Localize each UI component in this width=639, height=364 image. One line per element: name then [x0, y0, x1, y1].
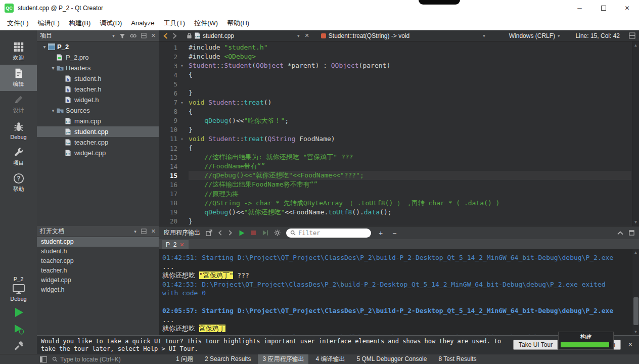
maximize-button[interactable]: [591, 0, 615, 16]
mode-button-edit[interactable]: 编辑: [0, 65, 37, 91]
output-pane-button[interactable]: 5 QML Debugger Console: [352, 354, 431, 364]
sync-with-editor-icon[interactable]: [130, 34, 136, 38]
mode-button-debug[interactable]: Debug: [0, 117, 37, 144]
menu-item[interactable]: Analyze: [126, 18, 159, 29]
expander-icon[interactable]: ▾: [50, 108, 57, 113]
previous-item-icon[interactable]: [218, 230, 222, 236]
tree-row[interactable]: hteacher.h: [37, 84, 159, 95]
expander-icon[interactable]: ▾: [50, 65, 57, 71]
output-pane-button[interactable]: 3 应用程序输出: [258, 354, 308, 364]
scrollbar-thumb[interactable]: [633, 297, 638, 325]
symbol-dropdown-icon[interactable]: ▾: [483, 33, 485, 38]
line-ending-dropdown-icon[interactable]: ▾: [558, 33, 560, 38]
next-item-icon[interactable]: [228, 230, 233, 236]
zoom-out-icon[interactable]: −: [390, 229, 398, 237]
file-dropdown-icon[interactable]: ▾: [297, 33, 300, 38]
close-button[interactable]: ✕: [615, 0, 639, 16]
code-editor[interactable]: 123▾4567▾891011▾121314151617181920 #incl…: [159, 41, 639, 226]
console-scrollbar[interactable]: ▲ ▼: [632, 249, 639, 335]
fold-marker-icon[interactable]: ▾: [177, 63, 187, 68]
back-icon[interactable]: [163, 33, 169, 39]
svg-text:c: c: [60, 109, 62, 113]
build-button[interactable]: [0, 337, 37, 354]
split-icon[interactable]: [141, 33, 147, 38]
run-button[interactable]: [0, 304, 37, 321]
output-pane-button[interactable]: 4 编译输出: [311, 354, 349, 364]
output-tab-close-icon[interactable]: ✕: [179, 242, 184, 248]
forward-icon[interactable]: [171, 33, 177, 39]
fold-marker-icon[interactable]: ▾: [177, 136, 187, 142]
tree-row[interactable]: c++student.cpp: [37, 126, 159, 137]
scroll-up-icon[interactable]: ▲: [634, 250, 638, 255]
start-debugging-button[interactable]: [0, 321, 37, 337]
close-panel-icon[interactable]: ✕: [151, 229, 156, 234]
notification-close-icon[interactable]: ✕: [628, 340, 632, 348]
filter-input[interactable]: [298, 230, 359, 237]
mode-button-help[interactable]: ?帮助: [0, 170, 37, 196]
fold-marker-icon[interactable]: ▾: [177, 100, 187, 105]
settings-gear-icon[interactable]: [274, 230, 281, 236]
stop-icon[interactable]: [251, 230, 256, 236]
mode-button-welcome[interactable]: 欢迎: [0, 38, 37, 65]
editor-scrollbar[interactable]: ▲ ▼: [632, 41, 639, 226]
filter-icon[interactable]: [119, 33, 125, 39]
output-pane-button[interactable]: 2 Search Results: [200, 354, 255, 364]
expander-icon[interactable]: ▾: [41, 44, 48, 50]
tree-row[interactable]: hwidget.h: [37, 95, 159, 105]
output-pane-button[interactable]: 1 问题: [171, 354, 198, 364]
projects-view-dropdown-icon[interactable]: ▾: [112, 33, 115, 38]
kit-selector[interactable]: P_2 Debug: [0, 276, 37, 304]
split-icon[interactable]: [141, 229, 147, 234]
run-icon[interactable]: [238, 230, 245, 237]
close-document-icon[interactable]: ✕: [302, 32, 312, 39]
code-area[interactable]: #include "student.h"#include <QDebug>Stu…: [189, 43, 631, 226]
mode-button-projects[interactable]: 项目: [0, 144, 37, 170]
menu-item[interactable]: 调试(D): [95, 18, 126, 29]
open-document-item[interactable]: student.cpp: [37, 237, 159, 247]
sidebar-toggle-icon[interactable]: [40, 356, 47, 362]
tree-row[interactable]: c++teacher.cpp: [37, 137, 159, 148]
scroll-up-icon[interactable]: ▲: [634, 43, 637, 48]
menu-item[interactable]: 控件(W): [190, 18, 222, 29]
open-in-window-icon[interactable]: [206, 230, 212, 236]
output-tab[interactable]: P_2 ✕: [162, 240, 189, 249]
zoom-in-icon[interactable]: +: [377, 229, 385, 237]
collapse-panel-icon[interactable]: [617, 231, 623, 235]
symbol-selector[interactable]: Student::treat(QString) -> void: [329, 32, 409, 39]
minimize-button[interactable]: ─: [568, 0, 591, 16]
open-document-item[interactable]: widget.h: [37, 285, 159, 295]
tree-row[interactable]: c++main.cpp: [37, 116, 159, 126]
take-ui-tour-button[interactable]: Take UI Tour: [513, 340, 558, 350]
locator-input[interactable]: [60, 356, 154, 363]
tree-row[interactable]: ▾cSources: [37, 105, 159, 116]
mode-button-design[interactable]: 设计: [0, 91, 37, 117]
open-documents-dropdown-icon[interactable]: ▾: [134, 229, 136, 234]
scroll-down-icon[interactable]: ▼: [634, 330, 638, 334]
open-file-selector[interactable]: student.cpp: [203, 32, 234, 39]
open-document-item[interactable]: teacher.cpp: [37, 256, 159, 266]
rerun-icon[interactable]: [262, 230, 268, 236]
tree-row[interactable]: c++widget.cpp: [37, 148, 159, 158]
tree-row[interactable]: P_2.pro: [37, 52, 159, 63]
menu-item[interactable]: 工具(T): [159, 18, 190, 29]
tree-row[interactable]: ▾P_2: [37, 41, 159, 52]
menu-item[interactable]: 编辑(E): [33, 18, 64, 29]
maximize-panel-icon[interactable]: [629, 230, 634, 236]
menu-item[interactable]: 文件(F): [3, 18, 33, 29]
split-editor-icon[interactable]: [629, 32, 635, 39]
menu-item[interactable]: 构建(B): [64, 18, 95, 29]
close-panel-icon[interactable]: ✕: [151, 33, 156, 38]
output-pane-button[interactable]: 8 Test Results: [434, 354, 481, 364]
open-document-item[interactable]: widget.cpp: [37, 276, 159, 285]
menu-item[interactable]: 帮助(H): [222, 18, 254, 29]
filter-field[interactable]: [286, 229, 371, 238]
application-output-console[interactable]: 01:42:51: Starting D:\Project\QT_Project…: [159, 249, 632, 335]
open-document-item[interactable]: student.h: [37, 247, 159, 256]
tree-row[interactable]: ▾hHeaders: [37, 63, 159, 73]
open-document-item[interactable]: teacher.h: [37, 266, 159, 276]
code-line: //qDebug()<<"就你还想吃"<<FoodName<<"???";: [189, 171, 631, 180]
line-ending-selector[interactable]: Windows (CRLF): [509, 32, 555, 39]
locator-field[interactable]: [52, 356, 164, 363]
scroll-down-icon[interactable]: ▼: [634, 220, 637, 224]
tree-row[interactable]: hstudent.h: [37, 73, 159, 84]
